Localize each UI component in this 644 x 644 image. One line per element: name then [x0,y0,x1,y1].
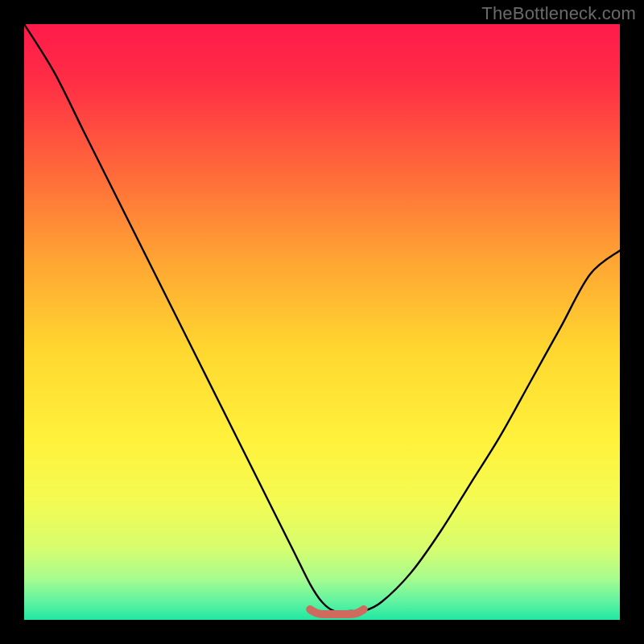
chart-frame: TheBottleneck.com [0,0,644,644]
plot-area [24,24,620,620]
gradient-background [24,24,620,620]
plot-svg [24,24,620,620]
watermark-text: TheBottleneck.com [481,3,636,24]
